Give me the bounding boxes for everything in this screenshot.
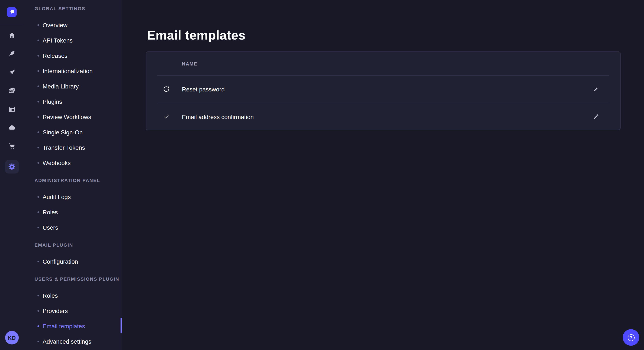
cloud-icon[interactable]	[0, 124, 24, 131]
bullet-icon	[38, 85, 39, 87]
sidebar-item-api-tokens[interactable]: API Tokens	[24, 33, 122, 48]
check-icon	[163, 103, 170, 131]
help-button[interactable]: ?	[623, 329, 639, 346]
logo-cell	[0, 0, 24, 24]
bullet-icon	[38, 55, 39, 57]
bullet-icon	[38, 196, 39, 198]
template-name: Reset password	[182, 75, 225, 103]
refresh-icon	[163, 75, 170, 103]
pencil-icon	[592, 86, 599, 93]
bullet-icon	[38, 341, 39, 342]
settings-gear-icon	[8, 162, 16, 171]
bullet-icon	[38, 310, 39, 312]
email-templates-table: NAME Reset password	[146, 51, 620, 130]
paper-plane-icon[interactable]	[0, 68, 24, 76]
pencil-icon	[592, 113, 599, 120]
sidebar-item-advanced-settings[interactable]: Advanced settings	[24, 334, 122, 349]
icon-rail: KD	[0, 0, 24, 350]
sidebar-item-releases[interactable]: Releases	[24, 48, 122, 63]
sidebar-item-admin-roles[interactable]: Roles	[24, 204, 122, 220]
bullet-icon	[38, 295, 39, 296]
strapi-logo[interactable]	[7, 7, 16, 17]
sidebar-section-users-permissions-plugin: USERS & PERMISSIONS PLUGIN	[24, 276, 122, 282]
sidebar-item-webhooks[interactable]: Webhooks	[24, 155, 122, 171]
sidebar-list-administration-panel: Audit Logs Roles Users	[24, 189, 122, 235]
bullet-icon	[38, 70, 39, 72]
bullet-icon	[38, 261, 39, 262]
template-name: Email address confirmation	[182, 103, 254, 131]
edit-button[interactable]	[590, 111, 601, 122]
sidebar-scrollbar-thumb[interactable]	[120, 318, 122, 334]
sidebar-item-single-sign-on[interactable]: Single Sign-On	[24, 125, 122, 140]
question-mark-icon: ?	[628, 334, 634, 341]
bullet-icon	[38, 131, 39, 133]
table-row-email-confirmation[interactable]: Email address confirmation	[146, 103, 620, 131]
strapi-logo-icon	[7, 7, 16, 17]
shopping-cart-icon[interactable]	[0, 143, 24, 150]
sidebar-item-review-workflows[interactable]: Review Workflows	[24, 109, 122, 125]
table-row-reset-password[interactable]: Reset password	[146, 75, 620, 103]
sidebar-item-overview[interactable]: Overview	[24, 17, 122, 33]
sidebar-item-email-templates[interactable]: Email templates	[24, 319, 122, 334]
bullet-icon	[38, 162, 39, 164]
bullet-icon	[38, 39, 39, 41]
bullet-icon	[38, 116, 39, 118]
settings-gear-button[interactable]	[5, 160, 18, 173]
sidebar-item-configuration[interactable]: Configuration	[24, 254, 122, 269]
page-title: Email templates	[147, 27, 246, 43]
sidebar-section-administration-panel: ADMINISTRATION PANEL	[24, 177, 122, 184]
sidebar-item-providers[interactable]: Providers	[24, 303, 122, 319]
sidebar-item-media-library[interactable]: Media Library	[24, 79, 122, 94]
sidebar-item-transfer-tokens[interactable]: Transfer Tokens	[24, 140, 122, 155]
layout-panel-icon[interactable]	[0, 105, 24, 113]
strapi-admin-window: KD GLOBAL SETTINGS Overview API Tokens R…	[0, 0, 644, 350]
feather-pen-icon[interactable]	[0, 50, 24, 57]
media-gallery-icon[interactable]	[0, 87, 24, 94]
sidebar-item-admin-users[interactable]: Users	[24, 220, 122, 235]
sidebar-list-users-permissions-plugin: Roles Providers Email templates Advanced…	[24, 288, 122, 349]
bullet-icon	[38, 227, 39, 228]
user-avatar[interactable]: KD	[5, 331, 18, 345]
bullet-icon	[38, 24, 39, 26]
sidebar-section-email-plugin: EMAIL PLUGIN	[24, 242, 122, 248]
sidebar-item-plugins[interactable]: Plugins	[24, 94, 122, 109]
column-header-name: NAME	[182, 52, 198, 75]
sidebar-item-internationalization[interactable]: Internationalization	[24, 63, 122, 79]
main-content: Email templates NAME Reset password	[122, 0, 644, 350]
table-header: NAME	[146, 52, 620, 75]
sidebar-list-email-plugin: Configuration	[24, 254, 122, 269]
sidebar-section-global-settings: GLOBAL SETTINGS	[24, 5, 122, 12]
bullet-icon	[38, 101, 39, 103]
edit-button[interactable]	[590, 84, 601, 94]
sidebar-list-global-settings: Overview API Tokens Releases Internation…	[24, 17, 122, 171]
bullet-icon	[38, 325, 39, 327]
sidebar-item-up-roles[interactable]: Roles	[24, 288, 122, 303]
bullet-icon	[38, 147, 39, 149]
settings-sidebar: GLOBAL SETTINGS Overview API Tokens Rele…	[24, 0, 123, 350]
sidebar-item-audit-logs[interactable]: Audit Logs	[24, 189, 122, 204]
home-icon[interactable]	[0, 31, 24, 39]
bullet-icon	[38, 211, 39, 213]
